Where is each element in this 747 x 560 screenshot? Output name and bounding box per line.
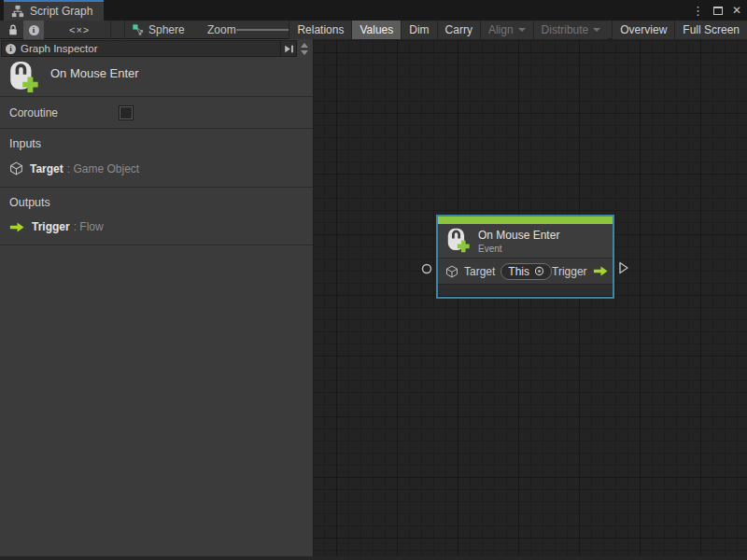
scroll-up-icon[interactable] [301,43,308,48]
graph-inspector-panel: i Graph Inspector On Mouse En [0,39,314,556]
object-picker-icon[interactable] [534,266,544,276]
unit-title: On Mouse Enter [50,66,139,80]
inspector-toggle-button[interactable]: i [23,21,44,39]
node-header: On Mouse Enter Event [438,224,613,258]
chevron-down-icon [518,28,526,32]
info-icon: i [6,44,16,54]
toolbar-separator [110,21,111,39]
inspector-header-row: i Graph Inspector [0,39,313,58]
graph-toolbar: i <×> Sphere Zoom 1x Relations Values [0,21,747,39]
flow-arrow-icon [593,265,609,277]
node-event-color-bar [438,217,613,224]
collapse-panel-button[interactable] [280,41,296,56]
window-bottom-edge [0,556,747,560]
output-name: Trigger [32,220,70,233]
node-ports-row: Target This Trigger [438,258,613,284]
align-dropdown[interactable]: Align [480,21,533,39]
output-connection-port[interactable] [618,261,629,274]
dock-right-icon [284,44,294,54]
game-object-cube-icon [445,265,458,278]
output-type: : Flow [74,220,104,233]
graph-node-icon [132,23,145,36]
on-mouse-enter-icon [445,228,471,254]
inspector-titlebar: i Graph Inspector [1,40,297,57]
graph-name-label: Sphere [148,23,185,36]
unity-script-graph-window: Script Graph ⋮ ✕ i <×> [0,0,747,560]
values-toggle[interactable]: Values [351,21,401,39]
target-input-port-group: Target This [445,263,552,280]
window-controls: ⋮ ✕ [692,0,741,21]
chevron-down-icon [593,28,600,32]
panel-scroll-spinner[interactable] [297,40,311,57]
flow-arrow-icon [9,221,25,233]
fullscreen-button[interactable]: Full Screen [674,21,747,39]
coroutine-checkbox[interactable] [120,106,133,119]
graph-breadcrumb[interactable]: Sphere [132,21,185,39]
inputs-heading: Inputs [9,137,303,150]
node-subtitle: Event [478,244,559,254]
target-port-label: Target [464,265,495,278]
input-row-target: Target : Game Object [9,161,303,175]
lock-icon[interactable] [7,21,19,39]
titlebar: Script Graph ⋮ ✕ [0,0,747,21]
graph-canvas[interactable]: On Mouse Enter Event Target This [314,39,747,556]
node-title: On Mouse Enter [478,229,559,242]
input-connection-port[interactable] [421,263,432,274]
on-mouse-enter-icon [7,61,40,94]
trigger-port-label: Trigger [552,265,587,278]
relations-toggle[interactable]: Relations [289,21,351,39]
info-icon: i [29,25,39,35]
target-value-chip[interactable]: This [500,263,552,280]
menu-kebab-icon[interactable]: ⋮ [692,5,704,17]
outputs-heading: Outputs [9,196,303,209]
tab-label: Script Graph [30,5,92,18]
input-name: Target [30,162,63,175]
toolbar-toggle-group: Relations Values Dim Carry Align Distrib… [289,21,747,39]
code-icon: <×> [69,24,90,35]
dim-toggle[interactable]: Dim [401,21,436,39]
inspector-title: Graph Inspector [21,43,275,54]
trigger-output-port-group: Trigger [552,265,609,278]
unit-header: On Mouse Enter [0,58,313,97]
input-type: : Game Object [67,162,139,175]
tab-script-graph[interactable]: Script Graph [4,0,104,21]
game-object-cube-icon [9,161,23,175]
carry-toggle[interactable]: Carry [437,21,480,39]
coroutine-label: Coroutine [9,106,120,119]
scroll-down-icon[interactable] [301,50,308,55]
coroutine-row: Coroutine [0,97,313,129]
inputs-section: Inputs Target : Game Object [0,129,313,188]
on-mouse-enter-node[interactable]: On Mouse Enter Event Target This [436,215,614,299]
distribute-dropdown[interactable]: Distribute [533,21,609,39]
node-footer [438,284,613,296]
overview-button[interactable]: Overview [612,21,674,39]
outputs-section: Outputs Trigger : Flow [0,188,313,245]
maximize-icon[interactable] [713,7,723,15]
toolbar-separator [124,21,125,39]
code-view-button[interactable]: <×> [69,21,90,39]
target-value-text: This [508,265,529,278]
close-icon[interactable]: ✕ [732,5,741,16]
zoom-label: Zoom [207,21,236,39]
script-graph-icon [11,5,24,18]
output-row-trigger: Trigger : Flow [9,220,303,233]
